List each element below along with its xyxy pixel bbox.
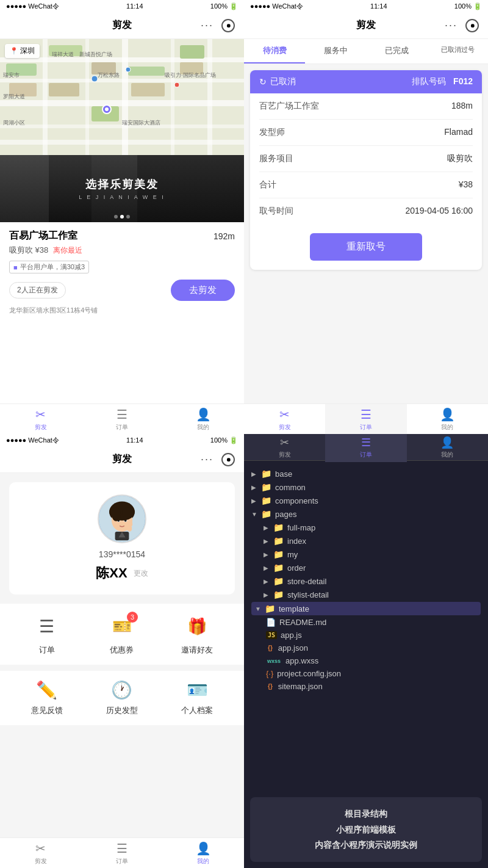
feat-invite-label: 邀请好友	[181, 645, 213, 656]
file-item-storedetail[interactable]: ▶ 📁 store-detail	[251, 574, 481, 588]
tab-pending[interactable]: 待消费	[244, 39, 305, 63]
file-item-components[interactable]: ▶ 📁 components	[251, 494, 481, 507]
feature-coupon[interactable]: 🎫 3 优惠券	[84, 613, 159, 656]
order-icon-my: ☰	[117, 841, 127, 856]
nav-record-right[interactable]: ⏺	[465, 19, 479, 32]
file-item-stylistdetail[interactable]: ▶ 📁 stylist-detail	[251, 588, 481, 601]
file-tab-order[interactable]: ☰ 订单	[325, 434, 406, 462]
file-item-appjs[interactable]: ▶ JS app.js	[251, 629, 481, 642]
feature-invite[interactable]: 🎁 邀请好友	[160, 613, 235, 656]
requeue-button[interactable]: 重新取号	[310, 233, 422, 261]
feat-order-label: 订单	[39, 645, 55, 656]
desc-area: 根目录结构 小程序前端模板 内容含小程序演示说明实例	[250, 797, 482, 862]
edit-button[interactable]: 更改	[134, 568, 148, 579]
svg-point-44	[122, 507, 134, 519]
city-badge: 📍 深圳	[5, 44, 40, 58]
map-area[interactable]: 瑞祥大道 瑞安市 万松东路 罗阳大道 周湖小区 瑞安国际大酒店 新城吾悦广场 吸…	[0, 39, 244, 155]
svg-point-31	[92, 76, 98, 82]
nav-cut-label-right: 剪发	[279, 423, 291, 432]
file-name-stylistdetail: stylist-detail	[287, 590, 329, 599]
tab-serving[interactable]: 服务中	[305, 39, 366, 63]
file-item-index[interactable]: ▶ 📁 index	[251, 534, 481, 548]
go-cut-button[interactable]: 去剪发	[171, 280, 235, 301]
battery-right: 100% 🔋	[454, 2, 482, 10]
nav-record-left[interactable]: ⏺	[221, 19, 235, 32]
battery-left: 100% 🔋	[210, 2, 238, 10]
svg-text:新城吾悦广场: 新城吾悦广场	[79, 51, 112, 57]
tab-done[interactable]: 已完成	[366, 39, 427, 63]
readme-icon: 📄	[266, 618, 276, 627]
coupon-icon-wrap: 🎫 3	[109, 613, 135, 640]
file-item-template[interactable]: ▼ 📁 template	[251, 602, 481, 615]
folder-icon-template: 📁	[265, 604, 275, 613]
json2-icon: {}	[266, 682, 274, 690]
order-row-shop: 百艺广场工作室 188m	[259, 93, 473, 120]
file-tab-cut[interactable]: ✂ 剪发	[244, 434, 325, 462]
order-row-service: 服务项目 吸剪吹	[259, 146, 473, 172]
file-item-readme[interactable]: ▶ 📄 README.md	[251, 616, 481, 629]
func-feedback[interactable]: ✏️ 意见反馈	[9, 680, 84, 716]
requeue-btn-area: 重新取号	[250, 224, 482, 270]
svg-rect-13	[128, 67, 165, 76]
file-item-appwxss[interactable]: ▶ wxss app.wxss	[251, 654, 481, 667]
time-my: 11:14	[126, 436, 143, 444]
banner-area[interactable]: 选择乐剪美发 L E J I A N I A W E I	[0, 155, 244, 222]
feature-grid: ☰ 订单 🎫 3 优惠券 🎁 邀请好友	[0, 604, 244, 665]
top-right-panel: ●●●●● WeChat令 11:14 100% 🔋 剪发 ··· ⏺ 待消费 …	[244, 0, 488, 434]
file-item-fullmap[interactable]: ▶ 📁 full-map	[251, 521, 481, 534]
nav-item-order-right[interactable]: ☰ 订单	[325, 404, 406, 434]
nav-item-cut[interactable]: ✂ 剪发	[0, 404, 81, 434]
nav-my-label: 我的	[197, 423, 209, 432]
nav-item-cut-right[interactable]: ✂ 剪发	[244, 404, 325, 434]
nav-dots-left[interactable]: ···	[201, 19, 214, 32]
file-item-pages[interactable]: ▼ 📁 pages	[251, 507, 481, 521]
nav-item-my[interactable]: 👤 我的	[163, 404, 244, 434]
store-address: 龙华新区墙水围3区11栋4号铺	[9, 306, 235, 315]
func-feedback-label: 意见反馈	[31, 705, 63, 716]
func-profile[interactable]: 🪪 个人档案	[160, 680, 235, 716]
signal-left: ●●●●● WeChat令	[6, 2, 59, 11]
order-status: ↻ 已取消	[259, 76, 296, 87]
nav-item-my-right[interactable]: 👤 我的	[407, 404, 488, 434]
nav-dots-my[interactable]: ···	[201, 453, 214, 466]
file-name-components: components	[275, 496, 318, 505]
file-item-base[interactable]: ▶ 📁 base	[251, 467, 481, 480]
file-item-my[interactable]: ▶ 📁 my	[251, 548, 481, 561]
file-name-appjs: app.js	[281, 631, 302, 640]
file-name-my: my	[287, 550, 298, 559]
file-item-projectconfig[interactable]: ▶ {·} project.config.json	[251, 667, 481, 680]
nav-record-my[interactable]: ⏺	[221, 453, 235, 466]
file-item-common[interactable]: ▶ 📁 common	[251, 480, 481, 494]
nav-order-label: 订单	[116, 423, 128, 432]
nav-item-order[interactable]: ☰ 订单	[81, 404, 162, 434]
file-name-common: common	[275, 483, 306, 492]
file-name-projectconfig: project.config.json	[277, 669, 341, 678]
user-name-row: 陈XX 更改	[96, 564, 148, 582]
order-feature-icon: ☰	[34, 613, 60, 640]
file-tab-my[interactable]: 👤 我的	[407, 434, 488, 462]
nav-dots-right[interactable]: ···	[445, 19, 458, 32]
scissors-icon: ✂	[35, 407, 46, 422]
banner-main-text: 选择乐剪美发	[79, 177, 165, 192]
func-history[interactable]: 🕐 历史发型	[84, 680, 159, 716]
nav-item-cut-my[interactable]: ✂ 剪发	[0, 838, 81, 868]
tab-cancelled[interactable]: 已取消过号	[427, 39, 488, 63]
time-label: 取号时间	[259, 206, 293, 217]
order-tabs: 待消费 服务中 已完成 已取消过号	[244, 39, 488, 64]
file-item-appjson[interactable]: ▶ {} app.json	[251, 642, 481, 654]
file-name-template: template	[279, 604, 309, 613]
banner-text-overlay: 选择乐剪美发 L E J I A N I A W E I	[79, 177, 165, 200]
arrow-index: ▶	[264, 538, 270, 544]
file-item-sitemapjson[interactable]: ▶ {} sitemap.json	[251, 680, 481, 693]
folder-icon-storedetail: 📁	[273, 576, 284, 586]
arrow-appjs: ▶	[256, 632, 262, 638]
arrow-common: ▶	[251, 484, 257, 491]
arrow-appwxss: ▶	[256, 657, 262, 664]
file-item-order[interactable]: ▶ 📁 order	[251, 561, 481, 574]
feature-order[interactable]: ☰ 订单	[9, 613, 84, 656]
nav-item-my-active[interactable]: 👤 我的	[163, 838, 244, 868]
store-distance: 192m	[214, 231, 235, 241]
nav-bar-my: 剪发 ··· ⏺	[0, 446, 244, 473]
bottom-left-panel: ●●●●● WeChat令 11:14 100% 🔋 剪发 ··· ⏺	[0, 434, 244, 868]
nav-item-order-my[interactable]: ☰ 订单	[81, 838, 162, 868]
